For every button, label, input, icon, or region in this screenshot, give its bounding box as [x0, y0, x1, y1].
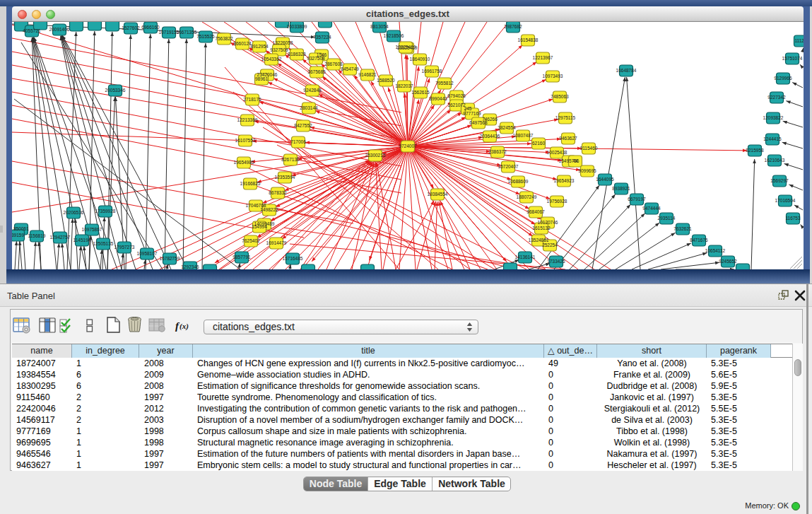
svg-text:17359928: 17359928 [95, 209, 116, 214]
svg-text:8678332: 8678332 [269, 190, 287, 195]
svg-text:10975867: 10975867 [82, 227, 102, 232]
svg-text:7563822: 7563822 [215, 36, 233, 41]
svg-text:2935114: 2935114 [658, 216, 676, 221]
svg-text:3675685: 3675685 [307, 69, 326, 74]
svg-text:16671355: 16671355 [177, 30, 197, 35]
svg-text:10543362: 10543362 [261, 57, 282, 62]
svg-text:2803144: 2803144 [300, 105, 318, 110]
svg-text:13226058: 13226058 [273, 40, 293, 45]
svg-text:17957273: 17957273 [114, 245, 135, 250]
svg-text:8912954: 8912954 [250, 44, 269, 49]
svg-text:1644095: 1644095 [596, 177, 614, 182]
svg-text:98961: 98961 [255, 76, 268, 81]
svg-text:9242848: 9242848 [303, 88, 322, 93]
svg-text:16782759: 16782759 [160, 256, 180, 261]
svg-text:8938921: 8938921 [612, 186, 630, 191]
svg-text:116753: 116753 [785, 216, 801, 221]
svg-text:6679197: 6679197 [628, 197, 646, 201]
svg-text:15720407: 15720407 [498, 164, 519, 169]
svg-text:16107553: 16107553 [235, 138, 256, 143]
svg-text:11123: 11123 [794, 38, 804, 43]
svg-text:10688609: 10688609 [508, 179, 529, 184]
svg-text:9724007: 9724007 [399, 144, 417, 148]
svg-text:1527602: 1527602 [122, 25, 140, 30]
svg-text:6497568: 6497568 [469, 120, 488, 125]
svg-text:7515526: 7515526 [196, 34, 215, 39]
svg-text:1588520: 1588520 [377, 78, 395, 83]
svg-text:9146821: 9146821 [358, 72, 377, 77]
svg-text:7357224: 7357224 [313, 35, 331, 40]
svg-text:12942757: 12942757 [50, 235, 71, 240]
svg-text:154994: 154994 [252, 224, 267, 229]
svg-text:16210643: 16210643 [765, 158, 785, 163]
svg-text:10025438: 10025438 [547, 150, 567, 155]
svg-text:2987682: 2987682 [504, 24, 522, 29]
svg-text:12975115: 12975115 [555, 115, 576, 120]
svg-text:12213369: 12213369 [237, 117, 258, 122]
svg-text:1244415: 1244415 [763, 136, 782, 141]
svg-text:1292346: 1292346 [181, 264, 199, 269]
svg-text:39159: 39159 [12, 233, 24, 238]
svg-text:9777169: 9777169 [463, 111, 481, 116]
svg-text:9129966: 9129966 [774, 76, 792, 81]
svg-text:19654923: 19654923 [554, 178, 575, 183]
svg-text:20091406: 20091406 [49, 27, 70, 32]
svg-text:7632621: 7632621 [673, 226, 692, 231]
svg-text:15716485: 15716485 [283, 256, 303, 261]
svg-text:13524861: 13524861 [529, 238, 549, 243]
svg-text:4055721: 4055721 [23, 28, 41, 33]
svg-text:8427552: 8427552 [294, 123, 312, 128]
svg-text:20364436: 20364436 [480, 134, 500, 139]
svg-text:16914479: 16914479 [266, 240, 287, 245]
svg-text:1615132: 1615132 [532, 226, 551, 230]
svg-text:717006: 717006 [290, 139, 306, 144]
svg-text:245: 245 [464, 106, 472, 111]
svg-text:14136141: 14136141 [515, 255, 536, 259]
svg-text:10958107: 10958107 [137, 251, 158, 256]
svg-text:2386372: 2386372 [488, 149, 507, 154]
svg-text:12353594: 12353594 [275, 175, 295, 180]
svg-text:16154838: 16154838 [518, 37, 539, 42]
svg-text:19218506: 19218506 [384, 33, 404, 38]
svg-text:25300215: 25300215 [365, 153, 386, 158]
svg-text:7625402: 7625402 [242, 238, 260, 243]
svg-text:8454749: 8454749 [341, 66, 359, 71]
svg-text:8186328: 8186328 [288, 52, 306, 57]
svg-text:8215958: 8215958 [746, 148, 764, 153]
svg-text:1569297: 1569297 [770, 178, 789, 183]
svg-text:9115460: 9115460 [580, 146, 598, 151]
svg-text:9227342: 9227342 [767, 95, 786, 100]
svg-text:19384554: 19384554 [428, 192, 448, 197]
svg-text:8990443: 8990443 [429, 96, 447, 101]
svg-text:20053346: 20053346 [105, 88, 126, 93]
svg-text:19654985: 19654985 [234, 160, 254, 165]
svg-text:6966160: 6966160 [141, 25, 160, 30]
svg-text:9684067: 9684067 [526, 209, 545, 214]
svg-text:1621072: 1621072 [447, 103, 466, 107]
svg-text:9463627: 9463627 [559, 136, 577, 141]
svg-text:19756928: 19756928 [547, 199, 567, 204]
svg-text:2867608: 2867608 [324, 62, 343, 66]
svg-text:16648784: 16648784 [616, 68, 637, 73]
svg-text:7485063: 7485063 [551, 94, 569, 99]
svg-text:15751074: 15751074 [782, 56, 803, 61]
svg-text:9327509: 9327509 [270, 47, 288, 52]
svg-text:8660124: 8660124 [233, 41, 252, 46]
svg-text:18807249: 18807249 [517, 194, 537, 199]
svg-text:1562615: 1562615 [411, 90, 430, 95]
svg-text:9857791: 9857791 [233, 255, 251, 259]
svg-text:8267130: 8267130 [281, 157, 300, 162]
svg-text:1156819: 1156819 [28, 233, 46, 238]
svg-text:17016504: 17016504 [775, 198, 796, 203]
svg-text:12505135: 12505135 [93, 241, 114, 246]
svg-text:16961758: 16961758 [422, 69, 442, 74]
svg-text:8471676: 8471676 [690, 238, 708, 243]
svg-text:20206536: 20206536 [64, 210, 84, 215]
svg-text:18640910: 18640910 [410, 57, 430, 62]
svg-text:12093822: 12093822 [763, 115, 784, 120]
svg-text:252254: 252254 [542, 243, 558, 247]
svg-text:10807487: 10807487 [513, 133, 534, 138]
svg-text:1733426: 1733426 [547, 259, 565, 264]
svg-text:10120746: 10120746 [538, 220, 558, 225]
svg-text:3824554: 3824554 [498, 125, 516, 130]
